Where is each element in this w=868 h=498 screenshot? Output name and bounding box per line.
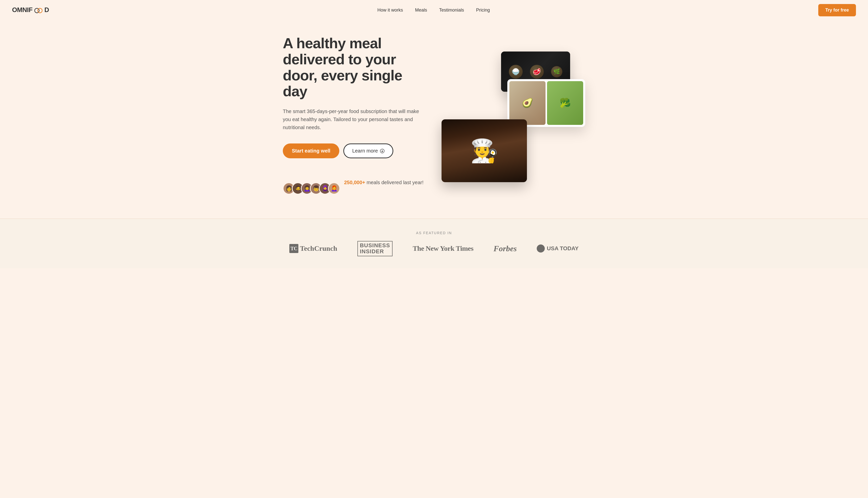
nav-meals[interactable]: Meals [415, 8, 427, 13]
featured-logos-row: TC TechCrunch BUSINESS INSIDER The New Y… [271, 241, 597, 256]
business-insider-line1: BUSINESS [360, 243, 390, 249]
customer-avatars: 👩 🧔 👩‍🦱 👦 🧕 👩‍🦰 [283, 182, 340, 195]
learn-more-label: Learn more [352, 148, 378, 154]
logo-usatoday: USA TODAY [537, 245, 578, 252]
usatoday-logo: USA TODAY [537, 245, 578, 252]
arrow-down-icon [380, 149, 385, 153]
usatoday-text: USA TODAY [547, 245, 578, 252]
try-for-free-button[interactable]: Try for free [818, 4, 856, 16]
navbar: OMNIF D How it works Meals Testimonials … [0, 0, 868, 20]
hero-buttons: Start eating well Learn more [283, 143, 426, 158]
techcrunch-logo: TC TechCrunch [289, 244, 337, 253]
meal-card-avocado: 🥑 [509, 81, 546, 125]
hero-image-person: 🧑‍🍳 [442, 119, 527, 182]
learn-more-button[interactable]: Learn more [343, 143, 393, 158]
logo-techcrunch: TC TechCrunch [289, 244, 337, 253]
tc-icon: TC [289, 244, 298, 253]
bowl-icon-3: 🌿 [551, 66, 562, 77]
logo-business-insider: BUSINESS INSIDER [357, 241, 392, 256]
nyt-logo: The New York Times [413, 245, 473, 252]
avatar-6: 👩‍🦰 [328, 182, 340, 195]
forbes-logo: Forbes [494, 244, 517, 253]
hero-headline: A healthy meal delivered to your door, e… [283, 35, 426, 99]
nav-links: How it works Meals Testimonials Pricing [377, 8, 490, 13]
logo-forbes: Forbes [494, 244, 517, 253]
nav-testimonials[interactable]: Testimonials [439, 8, 464, 13]
logo-text: OMNIF D [12, 6, 49, 14]
bowl-icon-1: 🍚 [509, 65, 523, 79]
featured-inner: AS FEATURED IN TC TechCrunch BUSINESS IN… [271, 231, 597, 256]
hero-image-column: 🍚 🥩 🌿 🥑 🥦 🧑‍🍳 [442, 52, 585, 182]
featured-section: AS FEATURED IN TC TechCrunch BUSINESS IN… [0, 219, 868, 268]
hero-text-column: A healthy meal delivered to your door, e… [283, 35, 426, 198]
bowl-icon-2: 🥩 [530, 65, 544, 79]
business-insider-logo: BUSINESS INSIDER [357, 241, 392, 256]
nav-pricing[interactable]: Pricing [476, 8, 490, 13]
hero-content: A healthy meal delivered to your door, e… [271, 20, 597, 219]
techcrunch-text: TechCrunch [300, 245, 337, 252]
featured-label: AS FEATURED IN [271, 231, 597, 235]
meal-card-veggie: 🥦 [547, 81, 583, 125]
delivered-suffix: meals delivered last year! [365, 180, 424, 185]
nyt-text: The New York Times [413, 245, 473, 252]
start-eating-button[interactable]: Start eating well [283, 143, 339, 158]
logo[interactable]: OMNIF D [12, 6, 49, 14]
usatoday-dot-icon [537, 245, 545, 252]
hero-section: A healthy meal delivered to your door, e… [0, 20, 868, 219]
logo-nyt: The New York Times [413, 245, 473, 252]
hero-subtext: The smart 365-days-per-year food subscri… [283, 107, 426, 131]
delivered-count: 250,000+ [344, 180, 365, 185]
person-emoji: 🧑‍🍳 [470, 138, 498, 164]
hero-social-proof: 👩 🧔 👩‍🦱 👦 🧕 👩‍🦰 250,000+ meals delivered… [283, 179, 426, 198]
forbes-text: Forbes [494, 244, 517, 253]
delivered-stat: 250,000+ meals delivered last year! [344, 179, 424, 186]
svg-point-1 [38, 8, 42, 13]
nav-how-it-works[interactable]: How it works [377, 8, 403, 13]
business-insider-line2: INSIDER [360, 249, 384, 254]
